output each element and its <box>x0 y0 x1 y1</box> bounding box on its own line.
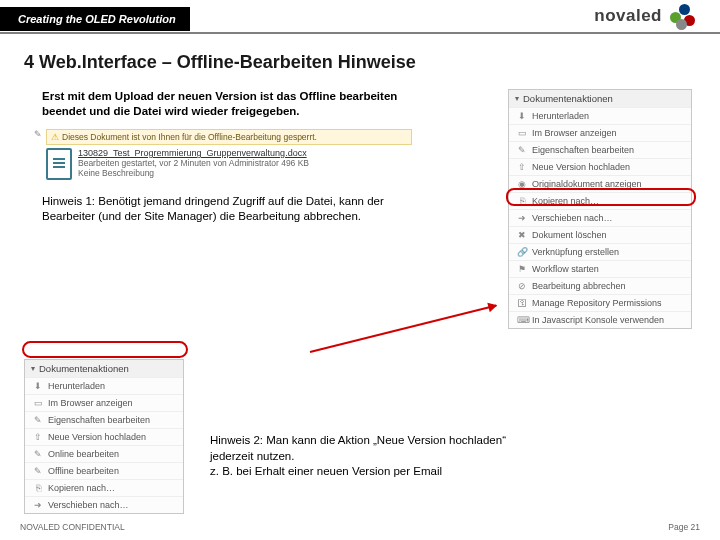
tagline: Creating the OLED Revolution <box>0 7 190 31</box>
action-item[interactable]: 🔗Verknüpfung erstellen <box>509 243 691 260</box>
intro-paragraph: Erst mit dem Upload der neuen Version is… <box>42 89 412 119</box>
action-item[interactable]: ✎Eigenschaften bearbeiten <box>25 411 183 428</box>
file-no-desc: Keine Beschreibung <box>78 168 309 178</box>
document-icon <box>46 148 72 180</box>
action-item[interactable]: ⚑Workflow starten <box>509 260 691 277</box>
footer-page-number: Page 21 <box>668 522 700 532</box>
brand-dots-icon <box>668 2 696 30</box>
footer-confidential: NOVALED CONFIDENTIAL <box>20 522 125 532</box>
action-item[interactable]: ✖Dokument löschen <box>509 226 691 243</box>
action-item[interactable]: ▭Im Browser anzeigen <box>25 394 183 411</box>
action-item[interactable]: ✎Eigenschaften bearbeiten <box>509 141 691 158</box>
footer: NOVALED CONFIDENTIAL Page 21 <box>20 522 700 532</box>
document-lock-inset: ✎ Dieses Dokument ist von Ihnen für die … <box>28 125 418 184</box>
header-band: Creating the OLED Revolution novaled <box>0 0 720 34</box>
arrow-annotation-icon <box>310 305 497 353</box>
hinweis-1: Hinweis 1: Benötigt jemand dringend Zugr… <box>42 194 402 224</box>
action-item[interactable]: ▭Im Browser anzeigen <box>509 124 691 141</box>
action-item[interactable]: ⎘Kopieren nach… <box>25 479 183 496</box>
action-item[interactable]: ✎Online bearbeiten <box>25 445 183 462</box>
action-item[interactable]: ◉Originaldokument anzeigen <box>509 175 691 192</box>
brand-logo: novaled <box>594 2 696 30</box>
page-title: 4 Web.Interface – Offline-Bearbeiten Hin… <box>0 34 720 83</box>
actions-panel-heading: Dokumentenaktionen <box>25 360 183 377</box>
action-item[interactable]: ⬇Herunterladen <box>25 377 183 394</box>
file-meta: Bearbeiten gestartet, vor 2 Minuten von … <box>78 158 309 168</box>
action-item[interactable]: ➜Verschieben nach… <box>25 496 183 513</box>
action-item[interactable]: ➜Verschieben nach… <box>509 209 691 226</box>
action-item[interactable]: ✎Offline bearbeiten <box>25 462 183 479</box>
lock-warning: Dieses Dokument ist von Ihnen für die Of… <box>46 129 412 145</box>
action-item[interactable]: ⚿Manage Repository Permissions <box>509 294 691 311</box>
hinweis-2: Hinweis 2: Man kann die Aktion „Neue Ver… <box>210 433 510 480</box>
action-item[interactable]: ⎘Kopieren nach… <box>509 192 691 209</box>
action-cancel-edit[interactable]: ⊘Bearbeitung abbrechen <box>509 277 691 294</box>
action-item[interactable]: ⬇Herunterladen <box>509 107 691 124</box>
file-name-link[interactable]: 130829_Test_Progremmierung_Gruppenverwal… <box>78 148 309 158</box>
highlight-upload-new-version <box>22 341 188 358</box>
actions-panel-left: Dokumentenaktionen ⬇Herunterladen ▭Im Br… <box>24 359 184 514</box>
action-item[interactable]: ⌨In Javascript Konsole verwenden <box>509 311 691 328</box>
action-item[interactable]: ⇧Neue Version hochladen <box>509 158 691 175</box>
brand-name: novaled <box>594 6 662 26</box>
action-upload-new-version[interactable]: ⇧Neue Version hochladen <box>25 428 183 445</box>
actions-panel-right: Dokumentenaktionen ⬇Herunterladen ▭Im Br… <box>508 89 692 329</box>
actions-panel-heading: Dokumentenaktionen <box>509 90 691 107</box>
